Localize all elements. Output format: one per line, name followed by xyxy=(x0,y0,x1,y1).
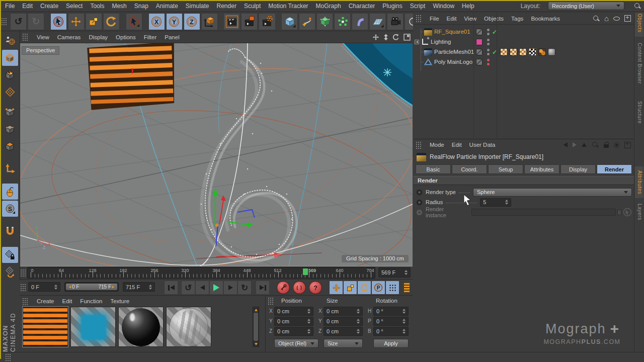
next-frame-button[interactable] xyxy=(223,281,237,295)
spinner-arrows-icon[interactable] xyxy=(400,319,406,324)
undo-button[interactable]: ↺ xyxy=(10,13,27,30)
goto-end-button[interactable] xyxy=(256,281,270,295)
timeline-grip[interactable] xyxy=(20,269,27,277)
om-menu-edit[interactable]: Edit xyxy=(447,16,457,22)
light-button[interactable] xyxy=(405,13,414,30)
prev-frame-button[interactable] xyxy=(195,281,209,295)
material-scrollbar[interactable] xyxy=(253,307,259,347)
scroll-down-arrow-icon[interactable] xyxy=(253,341,259,346)
vp-menu-panel[interactable]: Panel xyxy=(165,34,179,40)
live-selection-button[interactable] xyxy=(50,13,67,30)
mat-menu-create[interactable]: Create xyxy=(37,298,54,304)
tab-attributes-vertical[interactable]: Attributes xyxy=(635,166,643,198)
texture-tag-icon[interactable] xyxy=(510,48,517,56)
spinner-arrows-icon[interactable] xyxy=(355,329,360,334)
make-editable-button[interactable] xyxy=(2,33,18,49)
render-settings-button[interactable] xyxy=(259,13,275,30)
menu-select[interactable]: Select xyxy=(66,3,83,10)
key-parameter-toggle[interactable]: P xyxy=(371,281,385,295)
anim-end-field[interactable]: 715 F xyxy=(123,282,155,292)
workplane-lock-button[interactable] xyxy=(2,247,18,263)
snap-magnet-button[interactable] xyxy=(2,223,18,239)
menu-window[interactable]: Window xyxy=(433,3,454,10)
tweak-mode-button[interactable] xyxy=(2,184,18,200)
am-add-icon[interactable] xyxy=(624,142,631,148)
pen-spline-button[interactable] xyxy=(299,13,315,30)
keyframe-bar-button[interactable] xyxy=(401,281,412,295)
status-grip[interactable] xyxy=(5,353,12,361)
layer-toggle[interactable] xyxy=(476,29,482,35)
texture-tag-icon[interactable] xyxy=(500,48,508,56)
expand-icon[interactable] xyxy=(415,40,419,44)
visibility-dots[interactable] xyxy=(487,39,490,45)
spinner-arrows-icon[interactable] xyxy=(403,270,408,275)
scale-button[interactable] xyxy=(86,13,102,30)
om-menu-file[interactable]: File xyxy=(430,16,439,22)
om-menu-view[interactable]: View xyxy=(464,16,476,22)
spinner-arrows-icon[interactable] xyxy=(400,309,406,314)
size-mode-dropdown[interactable]: Size xyxy=(324,339,363,348)
range-right-arrow-icon[interactable] xyxy=(112,286,114,289)
add-cube-button[interactable] xyxy=(281,13,298,30)
lock-x-button[interactable]: X xyxy=(148,13,165,30)
om-home-icon[interactable] xyxy=(604,14,609,23)
mat-menu-texture[interactable]: Texture xyxy=(110,298,129,304)
rot-p-field[interactable]: 0 ° xyxy=(373,317,409,326)
timeline-ruler[interactable]: 0 64 128 192 256 320 384 448 512 569 640… xyxy=(27,267,375,279)
spinner-arrows-icon[interactable] xyxy=(355,319,360,324)
am-menu-mode[interactable]: Mode xyxy=(430,142,444,148)
visibility-dots-red[interactable] xyxy=(487,59,490,65)
rot-h-field[interactable]: 0 ° xyxy=(373,307,409,316)
cloner-button[interactable] xyxy=(334,13,351,30)
tab-setup[interactable]: Setup xyxy=(488,164,523,174)
apply-button[interactable]: Apply xyxy=(373,339,409,348)
object-row-particlemesh01[interactable]: ParticleMesh01 xyxy=(414,47,634,57)
layer-toggle[interactable] xyxy=(476,49,482,55)
rotate-view-icon[interactable] xyxy=(392,34,399,41)
autokey-help-button[interactable] xyxy=(309,281,322,294)
render-type-dropdown[interactable]: Sphere xyxy=(473,188,632,197)
viewport-canvas[interactable]: Y Z X Perspective Grid Spacing : 1000 cm xyxy=(20,43,413,266)
next-key-button[interactable] xyxy=(237,281,252,295)
tab-basic[interactable]: Basic xyxy=(416,164,451,174)
object-row-lighting[interactable]: Lighting xyxy=(414,37,634,47)
menu-tools[interactable]: Tools xyxy=(90,3,104,10)
phong-tag-icon[interactable] xyxy=(548,48,555,56)
menu-file[interactable]: File xyxy=(5,3,15,10)
layout-dropdown[interactable]: Recording (User) xyxy=(548,2,624,10)
lock-z-button[interactable]: Z xyxy=(184,13,200,30)
scrollbar-thumb[interactable] xyxy=(254,313,258,341)
tab-structure-vertical[interactable]: Structure xyxy=(635,97,643,128)
current-frame-marker[interactable] xyxy=(303,268,308,275)
search-icon[interactable] xyxy=(634,3,641,10)
om-menu-bookmarks[interactable]: Bookmarks xyxy=(531,16,560,22)
current-frame-field[interactable]: 569 F xyxy=(378,267,411,278)
menu-help[interactable]: Help xyxy=(462,3,474,10)
tab-render[interactable]: Render xyxy=(597,164,632,174)
keyframe-radio-icon[interactable] xyxy=(417,190,422,195)
menu-simulate[interactable]: Simulate xyxy=(186,3,209,10)
am-grip[interactable] xyxy=(416,141,422,149)
prev-key-button[interactable] xyxy=(181,281,195,295)
tab-coord[interactable]: Coord. xyxy=(452,164,487,174)
spinner-arrows-icon[interactable] xyxy=(52,285,57,290)
menu-edit[interactable]: Edit xyxy=(22,3,33,10)
spinner-arrows-icon[interactable] xyxy=(147,285,152,290)
visibility-dots[interactable] xyxy=(487,49,490,55)
floor-button[interactable] xyxy=(369,13,386,30)
points-mode-button[interactable] xyxy=(2,104,18,120)
key-position-toggle[interactable] xyxy=(329,281,343,295)
goto-start-button[interactable] xyxy=(164,281,178,295)
key-scale-toggle[interactable] xyxy=(343,281,357,295)
menu-plugins[interactable]: Plugins xyxy=(382,3,402,10)
texture-mode-button[interactable] xyxy=(2,67,18,83)
am-search-icon[interactable] xyxy=(592,141,599,148)
coordinate-grip[interactable] xyxy=(268,297,274,305)
alpha-tag-icon[interactable] xyxy=(529,48,536,56)
move-button[interactable] xyxy=(68,13,85,30)
particle-tag-icon[interactable] xyxy=(538,48,546,56)
menu-snap[interactable]: Snap xyxy=(134,3,148,10)
layer-toggle[interactable] xyxy=(476,59,482,65)
record-button[interactable] xyxy=(277,281,290,294)
spinner-arrows-icon[interactable] xyxy=(305,309,310,314)
